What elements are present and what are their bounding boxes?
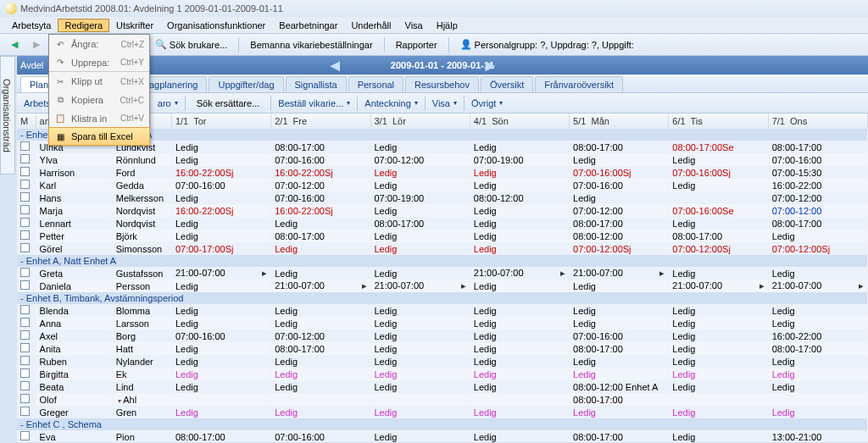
schedule-cell[interactable]: 08:00-17:00	[570, 393, 669, 406]
aro-dropdown[interactable]: aro	[154, 97, 181, 110]
schedule-cell[interactable]: 07:00-19:00	[370, 191, 470, 204]
row-checkbox[interactable]	[17, 191, 36, 204]
tab-resursbehov[interactable]: Resursbehov	[405, 76, 479, 92]
schedule-cell[interactable]	[669, 191, 768, 204]
menu-item-sparatillexcel[interactable]: ▦Spara till Excel	[48, 127, 150, 146]
schedule-cell[interactable]	[271, 393, 370, 406]
schedule-cell[interactable]: Ledig	[370, 166, 470, 179]
personalgroup-button[interactable]: 👤Personalgrupp: ?, Uppdrag: ?, Uppgift:	[454, 36, 640, 53]
row-checkbox[interactable]	[17, 166, 36, 179]
schedule-cell[interactable]: 08:00-17:00	[370, 217, 470, 230]
row-checkbox[interactable]	[17, 368, 36, 380]
schedule-cell[interactable]: Ledig	[669, 179, 768, 191]
row-checkbox[interactable]	[17, 204, 36, 217]
nav-back-button[interactable]: ◀	[5, 36, 24, 53]
col-day[interactable]: 5/1 Mån	[570, 114, 669, 129]
schedule-cell[interactable]: 21:00-07:00▸	[171, 267, 270, 280]
tab-signallista[interactable]: Signallista	[286, 76, 347, 92]
schedule-cell[interactable]: Ledig	[669, 380, 768, 393]
schedule-cell[interactable]: Ledig	[470, 166, 569, 179]
col-day[interactable]: 2/1 Fre	[271, 114, 370, 129]
schedule-cell[interactable]: 21:00-07:00▸	[669, 280, 768, 292]
schedule-cell[interactable]: Ledig	[370, 204, 470, 217]
schedule-cell[interactable]: 08:00-12:00	[570, 230, 669, 242]
row-checkbox[interactable]	[17, 242, 36, 255]
schedule-cell[interactable]: Ledig	[669, 304, 768, 317]
schedule-cell[interactable]: 08:00-17:00	[271, 141, 370, 153]
schedule-cell[interactable]: 07:00-16:00	[271, 191, 370, 204]
schedule-cell[interactable]: Ledig	[570, 406, 669, 418]
menu-item-ångra[interactable]: ↶Ångra:Ctrl+Z	[49, 35, 149, 53]
schedule-cell[interactable]: Ledig	[768, 406, 867, 418]
schedule-cell[interactable]: Ledig	[370, 355, 470, 368]
anteckning-dropdown[interactable]: Anteckning	[361, 97, 420, 110]
sok-ersattare-button[interactable]: Sök ersättare...	[191, 96, 266, 111]
menu-item-klipput[interactable]: ✂Klipp utCtrl+X	[49, 72, 149, 91]
schedule-cell[interactable]: Ledig	[570, 317, 669, 329]
schedule-cell[interactable]: 08:00-17:00	[669, 230, 768, 242]
col-day[interactable]: 4/1 Sön	[470, 114, 569, 129]
menu-item-kopiera[interactable]: ⧉KopieraCtrl+C	[49, 91, 149, 109]
tab-frånvaroöversikt[interactable]: Frånvaroöversikt	[535, 76, 623, 92]
schedule-cell[interactable]: 08:00-12:00	[470, 191, 569, 204]
schedule-cell[interactable]	[171, 393, 270, 406]
schedule-cell[interactable]: Ledig	[768, 267, 867, 280]
schedule-cell[interactable]: 07:00-12:00	[768, 204, 867, 217]
schedule-cell[interactable]: 08:00-17:00Se	[669, 141, 768, 153]
reports-button[interactable]: Rapporter	[390, 37, 443, 53]
schedule-cell[interactable]: Ledig	[669, 153, 768, 166]
schedule-cell[interactable]	[768, 393, 867, 406]
schedule-cell[interactable]: 08:00-17:00	[570, 217, 669, 230]
tab-översikt[interactable]: Översikt	[481, 76, 533, 92]
schedule-cell[interactable]: 08:00-12:00 Enhet A	[570, 380, 669, 393]
row-checkbox[interactable]	[17, 406, 36, 418]
ovrigt-dropdown[interactable]: Övrigt	[468, 97, 506, 110]
schedule-cell[interactable]: 08:00-17:00	[768, 141, 867, 153]
schedule-cell[interactable]: 21:00-07:00▸	[768, 280, 867, 292]
schedule-cell[interactable]: Ledig	[669, 329, 768, 342]
visa-dropdown[interactable]: Visa	[429, 97, 460, 110]
row-checkbox[interactable]	[17, 230, 36, 242]
schedule-cell[interactable]: Ledig	[271, 242, 370, 255]
schedule-cell[interactable]: Ledig	[470, 179, 569, 191]
schedule-cell[interactable]: 08:00-17:00	[271, 342, 370, 355]
menu-item-upprepa[interactable]: ↷Upprepa:Ctrl+Y	[49, 53, 149, 72]
schedule-cell[interactable]: 07:00-19:00	[470, 153, 569, 166]
schedule-cell[interactable]: 07:00-12:00Sj	[669, 242, 768, 255]
schedule-cell[interactable]: Ledig	[171, 368, 270, 380]
schedule-cell[interactable]: Ledig	[470, 380, 569, 393]
schedule-cell[interactable]: 08:00-17:00	[570, 141, 669, 153]
schedule-cell[interactable]: 07:00-12:00Sj	[570, 242, 669, 255]
schedule-cell[interactable]: Ledig	[570, 280, 669, 292]
menu-arbetsyta[interactable]: Arbetsyta	[5, 19, 58, 32]
schedule-cell[interactable]: Ledig	[470, 280, 569, 292]
schedule-cell[interactable]: Ledig	[271, 355, 370, 368]
schedule-cell[interactable]: Ledig	[370, 406, 470, 418]
schedule-cell[interactable]: Ledig	[470, 204, 569, 217]
schedule-cell[interactable]: Ledig	[570, 355, 669, 368]
schedule-cell[interactable]: Ledig	[669, 317, 768, 329]
schedule-cell[interactable]: Ledig	[171, 230, 270, 242]
row-checkbox[interactable]	[17, 317, 36, 329]
row-checkbox[interactable]	[17, 217, 36, 230]
schedule-cell[interactable]: Ledig	[768, 317, 867, 329]
schedule-cell[interactable]: Ledig	[470, 342, 569, 355]
schedule-cell[interactable]: 16:00-22:00Sj	[271, 204, 370, 217]
schedule-cell[interactable]: Ledig	[370, 179, 470, 191]
schedule-cell[interactable]: 07:00-16:00Sj	[669, 166, 768, 179]
schedule-cell[interactable]: Ledig	[470, 406, 569, 418]
menu-redigera[interactable]: Redigera	[58, 19, 109, 32]
schedule-cell[interactable]: Ledig	[171, 355, 270, 368]
schedule-cell[interactable]: Ledig	[271, 317, 370, 329]
schedule-cell[interactable]: Ledig	[271, 217, 370, 230]
schedule-cell[interactable]: Ledig	[171, 304, 270, 317]
schedule-cell[interactable]: 16:00-22:00	[768, 329, 867, 342]
schedule-cell[interactable]: 07:00-17:00Sj	[171, 242, 270, 255]
menu-organisationsfunktioner[interactable]: Organisationsfunktioner	[160, 19, 272, 32]
row-checkbox[interactable]	[17, 393, 36, 406]
schedule-cell[interactable]: 07:00-16:00	[271, 430, 370, 442]
menu-item-klistrain[interactable]: 📋Klistra inCtrl+V	[49, 109, 149, 128]
menu-visa[interactable]: Visa	[398, 19, 430, 32]
schedule-cell[interactable]: Ledig	[768, 355, 867, 368]
schedule-cell[interactable]: Ledig	[171, 317, 270, 329]
